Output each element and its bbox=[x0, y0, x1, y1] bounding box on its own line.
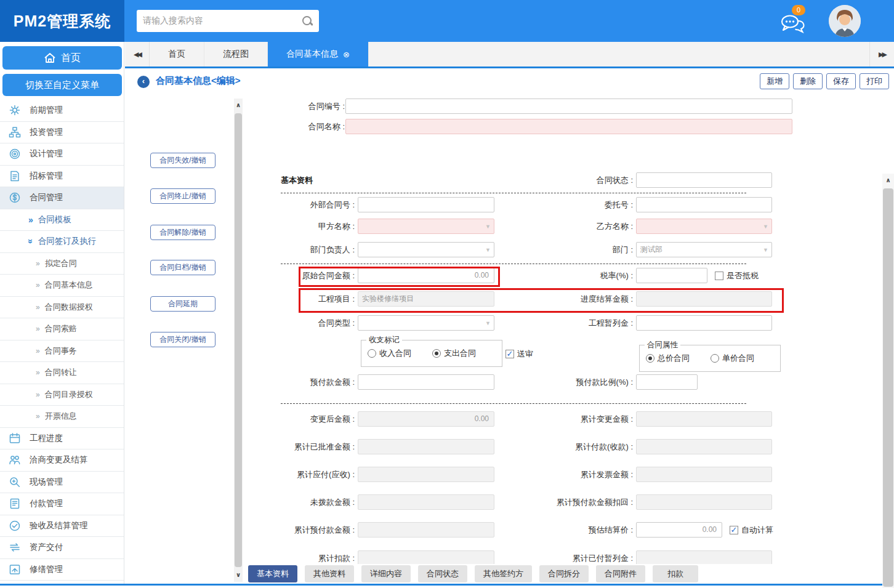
sidebar-item-招标管理[interactable]: 招标管理 bbox=[0, 166, 124, 188]
send-review-checkbox[interactable]: ✓送审 bbox=[505, 346, 533, 361]
form-scrollbar[interactable]: ∧ ∨ bbox=[234, 99, 243, 582]
action-button-打印[interactable]: 打印 bbox=[860, 73, 889, 89]
input-预付款比例(%)[interactable] bbox=[636, 374, 698, 390]
sidebar-item-合同数据授权[interactable]: »合同数据授权 bbox=[0, 297, 124, 319]
scroll-up-icon[interactable]: ∧ bbox=[234, 101, 243, 110]
messages-icon[interactable] bbox=[779, 14, 805, 33]
dropdown-arrow-icon: ▼ bbox=[763, 243, 768, 257]
tab-合同基本信息[interactable]: 合同基本信息⊗ bbox=[268, 42, 369, 66]
bottom-tab-其他资料[interactable]: 其他资料 bbox=[305, 565, 354, 582]
contract-status-input[interactable] bbox=[636, 172, 772, 188]
sidebar-item-设计管理[interactable]: 设计管理 bbox=[0, 143, 124, 166]
input-变更后金额: 0.00 bbox=[358, 411, 494, 427]
select-部门[interactable]: 测试部▼ bbox=[636, 242, 772, 257]
sidebar-item-现场管理[interactable]: 现场管理 bbox=[0, 472, 124, 494]
contract-op-button-合同失效/撤销[interactable]: 合同失效/撤销 bbox=[150, 153, 215, 168]
tab-首页[interactable]: 首页 bbox=[150, 42, 204, 66]
target-icon bbox=[9, 148, 21, 160]
bottom-tab-合同拆分[interactable]: 合同拆分 bbox=[539, 565, 589, 582]
close-tab-icon[interactable]: ⊗ bbox=[343, 50, 350, 59]
contract-no-input[interactable] bbox=[345, 99, 792, 114]
input-税率(%)[interactable] bbox=[636, 268, 707, 283]
bottom-tab-其他签约方[interactable]: 其他签约方 bbox=[475, 565, 532, 582]
sidebar-item-修缮管理[interactable]: 修缮管理 bbox=[0, 559, 124, 581]
sidebar-item-开票信息[interactable]: »开票信息 bbox=[0, 406, 124, 428]
input-累计预付款金额 bbox=[358, 522, 494, 538]
input-累计付款(收款) bbox=[636, 439, 772, 454]
bottom-tab-详细内容[interactable]: 详细内容 bbox=[361, 565, 411, 582]
scroll-down-icon[interactable]: ∨ bbox=[234, 571, 243, 579]
input-预估结算价[interactable]: 0.00 bbox=[636, 522, 722, 538]
sidebar-item-合同管理[interactable]: 合同管理 bbox=[0, 187, 124, 209]
sidebar-item-拟定合同[interactable]: »拟定合同 bbox=[0, 253, 124, 275]
user-avatar[interactable] bbox=[829, 5, 861, 37]
bottom-tab-基本资料[interactable]: 基本资料 bbox=[248, 565, 297, 582]
back-button[interactable]: ‹ bbox=[137, 76, 150, 88]
radio-expense-contract[interactable]: 支出合同 bbox=[432, 348, 476, 359]
tabs-scroll-left-icon[interactable]: ◀◀ bbox=[125, 42, 150, 66]
contract-op-button-合同解除/撤销[interactable]: 合同解除/撤销 bbox=[150, 225, 215, 240]
search-icon[interactable] bbox=[302, 15, 313, 26]
contract-name-input[interactable] bbox=[345, 119, 792, 134]
sidebar-item-工程进度[interactable]: 工程进度 bbox=[0, 428, 124, 450]
sidebar-item-合同转让[interactable]: »合同转让 bbox=[0, 362, 124, 384]
sidebar-item-合同模板[interactable]: »合同模板 bbox=[0, 209, 124, 232]
tab-strip: ◀◀ 首页流程图合同基本信息⊗ ▶▶ bbox=[125, 42, 894, 68]
chevron-right-icon: » bbox=[28, 215, 33, 225]
action-button-保存[interactable]: 保存 bbox=[826, 73, 856, 89]
input-原始合同金额[interactable]: 0.00 bbox=[358, 268, 494, 283]
negotiation-icon bbox=[9, 454, 21, 466]
page-title: 合同基本信息<编辑> bbox=[156, 75, 241, 87]
tab-流程图[interactable]: 流程图 bbox=[204, 42, 268, 66]
tabs-scroll-right-icon[interactable]: ▶▶ bbox=[869, 42, 894, 66]
sidebar-item-洽商变更及结算[interactable]: 洽商变更及结算 bbox=[0, 449, 124, 472]
input-工程暂列金[interactable] bbox=[636, 315, 772, 331]
select-乙方名称[interactable]: ▼ bbox=[636, 219, 772, 234]
action-button-删除[interactable]: 删除 bbox=[793, 73, 823, 89]
global-search-input[interactable]: 请输入搜索内容 bbox=[137, 10, 319, 32]
sidebar-item-前期管理[interactable]: 前期管理 bbox=[0, 100, 124, 122]
sidebar-item-合同索赔[interactable]: »合同索赔 bbox=[0, 318, 124, 340]
action-button-新增[interactable]: 新增 bbox=[760, 73, 789, 89]
checkbox-是否抵税[interactable]: 是否抵税 bbox=[715, 268, 759, 283]
page-scrollbar[interactable]: ∧ bbox=[882, 174, 894, 588]
contract-op-button-合同关闭/撤销[interactable]: 合同关闭/撤销 bbox=[150, 332, 215, 347]
contract-op-button-合同延期[interactable]: 合同延期 bbox=[150, 296, 215, 312]
radio-income-contract[interactable]: 收入合同 bbox=[368, 348, 411, 359]
input-预付款金额[interactable] bbox=[358, 374, 494, 390]
radio-total-price-contract[interactable]: 总价合同 bbox=[646, 353, 690, 364]
bottom-tab-合同附件[interactable]: 合同附件 bbox=[596, 565, 645, 582]
select-部门负责人[interactable]: ▼ bbox=[358, 242, 494, 257]
select-合同类型[interactable]: ▼ bbox=[358, 315, 494, 331]
scrollbar-thumb[interactable] bbox=[883, 188, 893, 587]
checkbox-自动计算[interactable]: ✓自动计算 bbox=[730, 522, 773, 538]
chevron-right-icon: » bbox=[36, 390, 40, 399]
sidebar-item-投资管理[interactable]: 投资管理 bbox=[0, 122, 124, 144]
search-placeholder: 请输入搜索内容 bbox=[143, 15, 302, 26]
sidebar-item-资产交付[interactable]: 资产交付 bbox=[0, 537, 124, 559]
bottom-tab-合同状态[interactable]: 合同状态 bbox=[418, 565, 467, 582]
bid-doc-icon bbox=[9, 170, 21, 182]
income-expense-groupbox: 收支标记 收入合同 支出合同 bbox=[361, 340, 502, 367]
contract-op-button-合同归档/撤销[interactable]: 合同归档/撤销 bbox=[150, 260, 215, 275]
contract-op-button-合同终止/撤销[interactable]: 合同终止/撤销 bbox=[150, 188, 215, 204]
sidebar-item-合同目录授权[interactable]: »合同目录授权 bbox=[0, 384, 124, 406]
input-累计预付款金额扣回 bbox=[636, 494, 772, 510]
select-甲方名称[interactable]: ▼ bbox=[358, 219, 494, 234]
contract-status-label: 合同状态 bbox=[516, 172, 633, 188]
radio-unit-price-contract[interactable]: 单价合同 bbox=[711, 353, 754, 364]
label-原始合同金额: 原始合同金额 bbox=[264, 268, 355, 283]
sidebar-item-验收及结算管理[interactable]: 验收及结算管理 bbox=[0, 515, 124, 538]
bottom-tab-扣款[interactable]: 扣款 bbox=[653, 565, 698, 582]
sidebar-item-合同基本信息[interactable]: »合同基本信息 bbox=[0, 275, 124, 297]
sidebar-item-付款管理[interactable]: 付款管理 bbox=[0, 493, 124, 515]
dashed-divider bbox=[281, 193, 746, 193]
scroll-up-icon[interactable]: ∧ bbox=[882, 176, 894, 185]
input-委托号[interactable] bbox=[636, 197, 772, 212]
sidebar-item-合同事务[interactable]: »合同事务 bbox=[0, 340, 124, 363]
sidebar-home-button[interactable]: 首页 bbox=[2, 46, 122, 70]
sidebar-item-合同签订及执行[interactable]: »合同签订及执行 bbox=[0, 231, 124, 253]
scrollbar-thumb[interactable] bbox=[235, 113, 242, 567]
switch-custom-menu-button[interactable]: 切换至自定义菜单 bbox=[2, 74, 122, 96]
input-外部合同号[interactable] bbox=[358, 197, 494, 212]
